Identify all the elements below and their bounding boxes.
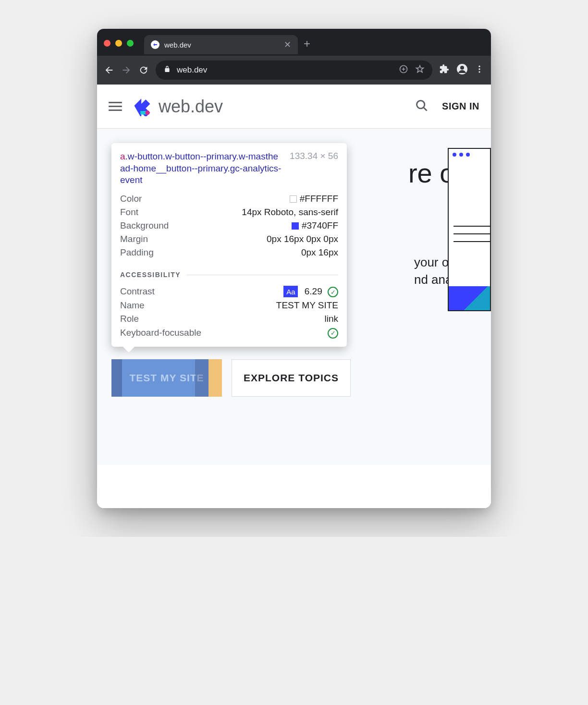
inspect-dimensions: 133.34 × 56 <box>290 151 338 186</box>
profile-avatar-icon[interactable] <box>456 63 468 77</box>
svg-point-5 <box>478 71 480 73</box>
lock-icon <box>163 65 171 75</box>
color-swatch-icon <box>290 195 297 203</box>
site-logo[interactable]: web.dev <box>132 95 223 118</box>
bookmark-star-icon[interactable] <box>415 64 425 76</box>
color-swatch-icon <box>292 222 299 230</box>
tab-favicon <box>151 40 159 49</box>
inspect-label: Margin <box>120 234 148 244</box>
svg-point-8 <box>417 100 425 108</box>
inspect-row-margin: Margin 0px 16px 0px 0px <box>120 232 338 246</box>
svg-point-4 <box>478 68 480 70</box>
inspect-selector-classes: .w-button.w-button--primary.w-masthead-h… <box>120 151 281 185</box>
sign-in-link[interactable]: SIGN IN <box>442 101 479 112</box>
svg-point-7 <box>145 110 149 115</box>
devtools-inspect-tooltip: a.w-button.w-button--primary.w-masthead-… <box>111 143 347 347</box>
inspect-value: #FFFFFF <box>300 194 338 204</box>
new-tab-button[interactable]: + <box>304 37 310 50</box>
svg-point-3 <box>478 66 480 67</box>
browser-window: web.dev ✕ + web.dev <box>97 29 491 508</box>
inspect-label: Name <box>120 300 145 311</box>
inspect-label: Padding <box>120 247 154 258</box>
inspect-row-padding: Padding 0px 16px <box>120 246 338 259</box>
margin-overlay <box>208 359 222 397</box>
minimize-window-button[interactable] <box>115 40 122 47</box>
button-label: EXPLORE TOPICS <box>244 372 339 384</box>
inspect-row-keyboard: Keyboard-focusable ✓ <box>120 326 338 340</box>
inspect-selector: a.w-button.w-button--primary.w-masthead-… <box>120 151 282 186</box>
aa-badge-icon: Aa <box>283 286 298 297</box>
window-controls <box>104 40 134 47</box>
search-icon[interactable] <box>415 99 429 114</box>
inspect-value: 14px Roboto, sans-serif <box>242 207 338 218</box>
inspect-a11y-heading: ACCESSIBILITY <box>120 266 338 279</box>
inspect-label: Keyboard-focusable <box>120 328 201 338</box>
page-footer-area <box>97 465 491 508</box>
tab-title: web.dev <box>164 41 191 49</box>
inspect-value: link <box>324 314 338 324</box>
menu-button[interactable] <box>109 102 122 111</box>
close-window-button[interactable] <box>104 40 110 47</box>
button-label: TEST MY SITE <box>129 372 204 384</box>
cta-row: TEST MY SITE EXPLORE TOPICS <box>111 359 351 397</box>
site-header: web.dev SIGN IN <box>97 85 491 129</box>
inspect-selector-tag: a <box>120 151 125 161</box>
back-button[interactable] <box>104 65 114 75</box>
inspect-row-background: Background #3740FF <box>120 219 338 232</box>
browser-tab[interactable]: web.dev ✕ <box>144 35 298 54</box>
logo-mark-icon <box>132 95 153 118</box>
inspect-row-role: Role link <box>120 312 338 326</box>
inspect-value: TEST MY SITE <box>276 300 338 311</box>
inspect-value: 0px 16px <box>301 247 338 258</box>
address-url: web.dev <box>177 65 207 75</box>
inspect-value: 0px 16px 0px 0px <box>267 234 338 244</box>
logo-text: web.dev <box>159 97 223 117</box>
add-to-reading-icon[interactable] <box>399 64 408 76</box>
inspect-label: Contrast <box>120 286 155 297</box>
inspect-row-color: Color #FFFFFF <box>120 192 338 206</box>
forward-button[interactable] <box>121 65 132 75</box>
browser-toolbar: web.dev <box>97 56 491 85</box>
svg-point-2 <box>460 66 464 70</box>
inspect-label: Background <box>120 220 169 231</box>
address-bar[interactable]: web.dev <box>156 61 432 80</box>
hero-section: re of your own nd analysis a.w-button.w-… <box>97 129 491 465</box>
close-tab-button[interactable]: ✕ <box>284 39 291 50</box>
margin-overlay <box>111 359 122 397</box>
tab-strip: web.dev ✕ + <box>97 29 491 56</box>
check-icon: ✓ <box>328 328 338 339</box>
inspect-value: 6.29 <box>305 286 322 296</box>
inspect-label: Color <box>120 194 142 204</box>
inspect-row-contrast: Contrast Aa 6.29 ✓ <box>120 284 338 299</box>
kebab-menu-icon[interactable] <box>475 64 484 76</box>
reload-button[interactable] <box>138 65 149 75</box>
extensions-icon[interactable] <box>439 64 450 76</box>
inspect-label: Role <box>120 314 139 324</box>
inspect-row-name: Name TEST MY SITE <box>120 299 338 312</box>
inspect-row-font: Font 14px Roboto, sans-serif <box>120 206 338 219</box>
padding-overlay <box>195 359 208 397</box>
test-my-site-button[interactable]: TEST MY SITE <box>111 359 222 397</box>
hero-illustration <box>448 148 491 311</box>
maximize-window-button[interactable] <box>127 40 134 47</box>
inspect-value: #3740FF <box>302 220 338 231</box>
explore-topics-button[interactable]: EXPLORE TOPICS <box>232 359 351 397</box>
inspect-label: Font <box>120 207 138 218</box>
check-icon: ✓ <box>328 287 338 297</box>
